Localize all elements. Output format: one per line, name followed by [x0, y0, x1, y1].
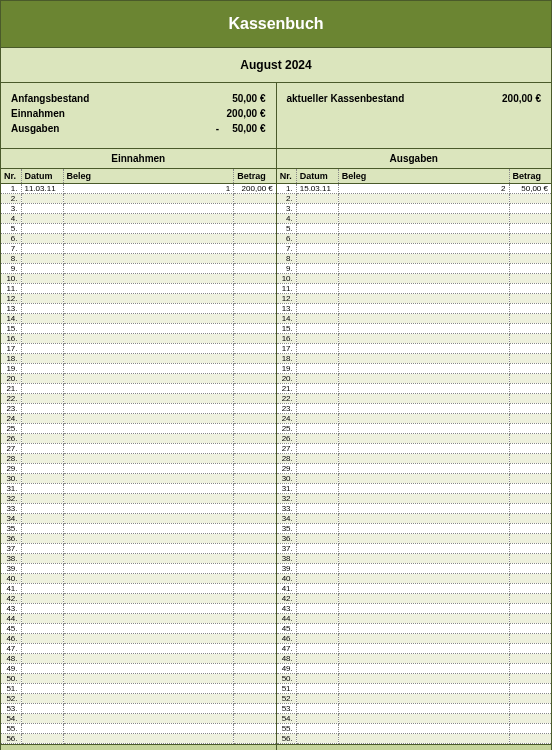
row-betrag[interactable] [234, 314, 276, 324]
row-datum[interactable] [296, 324, 338, 334]
row-beleg[interactable] [63, 294, 234, 304]
row-datum[interactable] [21, 314, 63, 324]
row-beleg[interactable] [338, 734, 509, 744]
row-datum[interactable] [296, 284, 338, 294]
row-beleg[interactable] [63, 674, 234, 684]
row-datum[interactable] [296, 414, 338, 424]
row-beleg[interactable] [338, 324, 509, 334]
row-datum[interactable] [21, 264, 63, 274]
row-betrag[interactable] [234, 264, 276, 274]
row-beleg[interactable] [338, 204, 509, 214]
row-datum[interactable] [296, 534, 338, 544]
row-betrag[interactable] [234, 364, 276, 374]
row-datum[interactable] [296, 444, 338, 454]
row-beleg[interactable] [63, 524, 234, 534]
row-datum[interactable] [21, 464, 63, 474]
row-beleg[interactable] [338, 524, 509, 534]
row-beleg[interactable] [338, 364, 509, 374]
row-betrag[interactable] [509, 214, 551, 224]
row-betrag[interactable] [509, 634, 551, 644]
row-datum[interactable] [296, 434, 338, 444]
row-beleg[interactable] [338, 684, 509, 694]
row-datum[interactable] [21, 514, 63, 524]
row-beleg[interactable] [338, 664, 509, 674]
row-beleg[interactable] [338, 654, 509, 664]
row-datum[interactable] [296, 234, 338, 244]
row-datum[interactable] [296, 574, 338, 584]
row-beleg[interactable] [63, 194, 234, 204]
row-beleg[interactable] [63, 484, 234, 494]
row-betrag[interactable] [234, 234, 276, 244]
row-datum[interactable] [296, 594, 338, 604]
row-datum[interactable] [21, 644, 63, 654]
row-datum[interactable] [21, 534, 63, 544]
row-datum[interactable] [21, 204, 63, 214]
row-beleg[interactable] [338, 274, 509, 284]
row-betrag[interactable] [234, 394, 276, 404]
row-datum[interactable] [296, 364, 338, 374]
row-betrag[interactable] [509, 514, 551, 524]
row-betrag[interactable] [509, 674, 551, 684]
row-datum[interactable] [296, 524, 338, 534]
row-beleg[interactable] [63, 494, 234, 504]
row-datum[interactable] [296, 664, 338, 674]
row-betrag[interactable] [234, 204, 276, 214]
row-betrag[interactable] [509, 504, 551, 514]
row-betrag[interactable] [509, 324, 551, 334]
row-beleg[interactable] [338, 724, 509, 734]
row-datum[interactable] [21, 544, 63, 554]
row-datum[interactable] [296, 264, 338, 274]
row-beleg[interactable] [338, 354, 509, 364]
row-beleg[interactable] [63, 464, 234, 474]
row-betrag[interactable] [509, 384, 551, 394]
row-datum[interactable] [21, 454, 63, 464]
row-datum[interactable] [21, 334, 63, 344]
row-betrag[interactable] [509, 264, 551, 274]
row-beleg[interactable] [338, 284, 509, 294]
row-beleg[interactable] [338, 384, 509, 394]
row-beleg[interactable] [63, 244, 234, 254]
row-betrag[interactable] [509, 414, 551, 424]
row-datum[interactable] [296, 484, 338, 494]
row-betrag[interactable] [234, 514, 276, 524]
row-betrag[interactable] [509, 694, 551, 704]
row-betrag[interactable] [509, 274, 551, 284]
row-datum[interactable] [296, 554, 338, 564]
row-beleg[interactable] [338, 334, 509, 344]
row-beleg[interactable] [338, 344, 509, 354]
row-beleg[interactable] [63, 704, 234, 714]
row-betrag[interactable] [234, 404, 276, 414]
row-beleg[interactable] [338, 314, 509, 324]
row-datum[interactable] [296, 584, 338, 594]
row-betrag[interactable] [509, 434, 551, 444]
row-datum[interactable] [296, 704, 338, 714]
row-beleg[interactable]: 2 [338, 184, 509, 194]
row-datum[interactable] [21, 674, 63, 684]
row-datum[interactable] [296, 344, 338, 354]
row-beleg[interactable] [338, 194, 509, 204]
row-beleg[interactable] [338, 474, 509, 484]
row-betrag[interactable] [234, 644, 276, 654]
row-datum[interactable] [21, 444, 63, 454]
row-betrag[interactable] [509, 594, 551, 604]
row-betrag[interactable] [234, 494, 276, 504]
row-beleg[interactable] [63, 684, 234, 694]
row-betrag[interactable] [509, 704, 551, 714]
row-betrag[interactable] [509, 334, 551, 344]
row-datum[interactable] [21, 484, 63, 494]
row-datum[interactable] [21, 584, 63, 594]
row-datum[interactable] [21, 414, 63, 424]
row-datum[interactable] [296, 424, 338, 434]
row-beleg[interactable] [63, 424, 234, 434]
row-beleg[interactable]: 1 [63, 184, 234, 194]
row-datum[interactable] [21, 404, 63, 414]
row-datum[interactable] [21, 524, 63, 534]
row-beleg[interactable] [63, 514, 234, 524]
row-betrag[interactable] [509, 534, 551, 544]
row-datum[interactable] [296, 314, 338, 324]
row-datum[interactable] [296, 474, 338, 484]
row-datum[interactable] [296, 604, 338, 614]
row-datum[interactable] [296, 564, 338, 574]
row-betrag[interactable] [234, 624, 276, 634]
row-betrag[interactable] [509, 444, 551, 454]
